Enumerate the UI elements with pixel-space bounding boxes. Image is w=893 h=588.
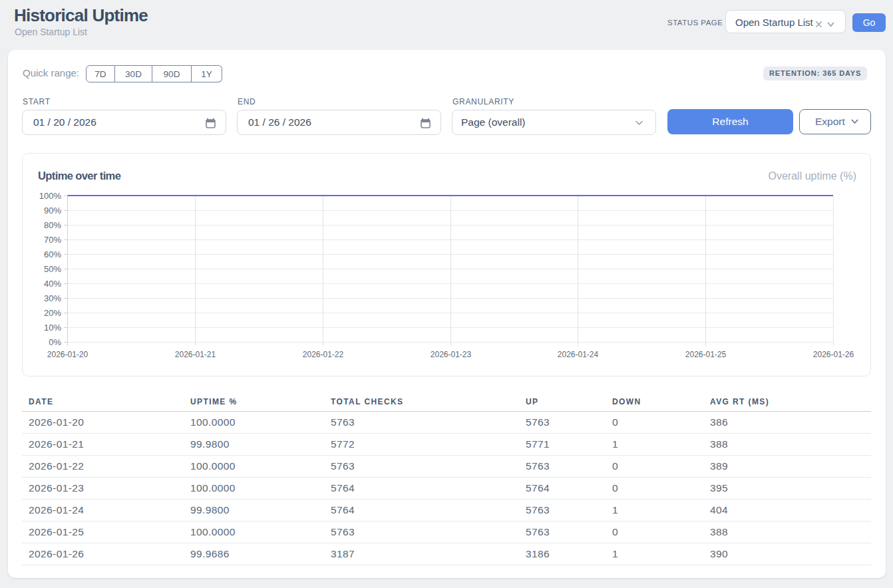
svg-text:20%: 20% bbox=[44, 308, 61, 318]
svg-text:10%: 10% bbox=[44, 323, 61, 333]
svg-text:30%: 30% bbox=[44, 293, 61, 303]
svg-text:2026-01-24: 2026-01-24 bbox=[558, 350, 599, 359]
svg-text:2026-01-21: 2026-01-21 bbox=[175, 350, 216, 359]
svg-text:100%: 100% bbox=[39, 191, 62, 201]
svg-text:2026-01-22: 2026-01-22 bbox=[303, 350, 344, 359]
svg-text:2026-01-23: 2026-01-23 bbox=[431, 350, 472, 359]
svg-text:40%: 40% bbox=[44, 279, 61, 289]
svg-text:70%: 70% bbox=[44, 235, 61, 245]
svg-text:90%: 90% bbox=[44, 206, 61, 216]
svg-text:2026-01-25: 2026-01-25 bbox=[685, 350, 727, 359]
svg-text:0%: 0% bbox=[49, 337, 61, 347]
svg-text:50%: 50% bbox=[44, 264, 61, 274]
svg-text:60%: 60% bbox=[44, 249, 61, 259]
svg-text:80%: 80% bbox=[44, 220, 61, 230]
svg-text:2026-01-26: 2026-01-26 bbox=[813, 350, 854, 359]
svg-text:2026-01-20: 2026-01-20 bbox=[47, 350, 89, 359]
